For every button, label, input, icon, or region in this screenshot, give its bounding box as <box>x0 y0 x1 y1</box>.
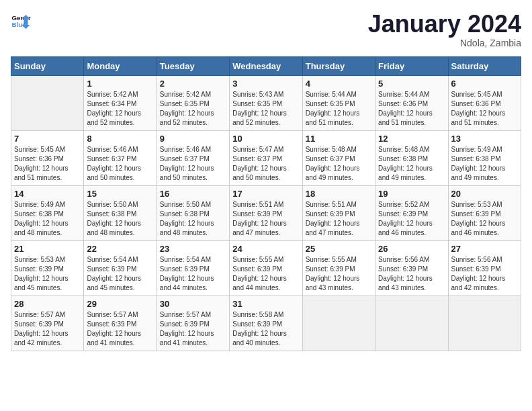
day-info: Sunrise: 5:42 AM Sunset: 6:35 PM Dayligh… <box>160 90 226 128</box>
calendar-cell: 18Sunrise: 5:51 AM Sunset: 6:39 PM Dayli… <box>302 185 375 240</box>
day-info: Sunrise: 5:45 AM Sunset: 6:36 PM Dayligh… <box>451 90 518 128</box>
day-info: Sunrise: 5:54 AM Sunset: 6:39 PM Dayligh… <box>87 255 153 293</box>
day-info: Sunrise: 5:50 AM Sunset: 6:38 PM Dayligh… <box>87 200 153 238</box>
day-number: 18 <box>306 189 372 199</box>
day-number: 24 <box>232 244 299 254</box>
calendar-cell: 2Sunrise: 5:42 AM Sunset: 6:35 PM Daylig… <box>157 75 229 130</box>
day-info: Sunrise: 5:46 AM Sunset: 6:37 PM Dayligh… <box>87 145 153 183</box>
calendar-cell: 4Sunrise: 5:44 AM Sunset: 6:35 PM Daylig… <box>302 75 375 130</box>
day-number: 26 <box>378 244 445 254</box>
calendar-cell: 15Sunrise: 5:50 AM Sunset: 6:38 PM Dayli… <box>84 185 157 240</box>
day-number: 2 <box>160 79 226 89</box>
calendar-cell: 10Sunrise: 5:47 AM Sunset: 6:37 PM Dayli… <box>230 130 302 185</box>
day-info: Sunrise: 5:54 AM Sunset: 6:39 PM Dayligh… <box>160 255 226 293</box>
calendar-cell: 7Sunrise: 5:45 AM Sunset: 6:36 PM Daylig… <box>11 130 84 185</box>
calendar-cell: 17Sunrise: 5:51 AM Sunset: 6:39 PM Dayli… <box>230 185 302 240</box>
day-info: Sunrise: 5:48 AM Sunset: 6:38 PM Dayligh… <box>378 145 445 183</box>
day-number: 30 <box>160 299 226 309</box>
weekday-header-monday: Monday <box>84 56 157 75</box>
day-info: Sunrise: 5:45 AM Sunset: 6:36 PM Dayligh… <box>14 145 81 183</box>
weekday-header-friday: Friday <box>375 56 448 75</box>
calendar-header: SundayMondayTuesdayWednesdayThursdayFrid… <box>11 56 521 75</box>
weekday-header-saturday: Saturday <box>448 56 521 75</box>
day-number: 14 <box>14 189 81 199</box>
calendar-cell: 31Sunrise: 5:58 AM Sunset: 6:39 PM Dayli… <box>230 295 302 351</box>
calendar-cell: 6Sunrise: 5:45 AM Sunset: 6:36 PM Daylig… <box>448 75 521 130</box>
calendar-cell: 5Sunrise: 5:44 AM Sunset: 6:36 PM Daylig… <box>375 75 448 130</box>
calendar-subtitle: Ndola, Zambia <box>368 38 521 48</box>
day-info: Sunrise: 5:52 AM Sunset: 6:39 PM Dayligh… <box>378 200 445 238</box>
logo-icon: General Blue <box>11 11 31 31</box>
day-number: 29 <box>87 299 153 309</box>
day-number: 23 <box>160 244 226 254</box>
day-number: 31 <box>232 299 299 309</box>
day-number: 25 <box>306 244 372 254</box>
day-info: Sunrise: 5:57 AM Sunset: 6:39 PM Dayligh… <box>160 310 226 348</box>
calendar-cell: 21Sunrise: 5:53 AM Sunset: 6:39 PM Dayli… <box>11 240 84 295</box>
day-number: 7 <box>14 134 81 144</box>
calendar-cell <box>302 295 375 351</box>
day-number: 21 <box>14 244 81 254</box>
day-number: 6 <box>451 79 518 89</box>
week-row-1: 1Sunrise: 5:42 AM Sunset: 6:34 PM Daylig… <box>11 75 521 130</box>
calendar-cell: 8Sunrise: 5:46 AM Sunset: 6:37 PM Daylig… <box>84 130 157 185</box>
calendar-cell: 1Sunrise: 5:42 AM Sunset: 6:34 PM Daylig… <box>84 75 157 130</box>
calendar-title: January 2024 <box>368 11 521 38</box>
calendar-cell: 27Sunrise: 5:56 AM Sunset: 6:39 PM Dayli… <box>448 240 521 295</box>
calendar-cell <box>448 295 521 351</box>
day-number: 22 <box>87 244 153 254</box>
calendar-cell: 26Sunrise: 5:56 AM Sunset: 6:39 PM Dayli… <box>375 240 448 295</box>
day-info: Sunrise: 5:55 AM Sunset: 6:39 PM Dayligh… <box>232 255 299 293</box>
day-info: Sunrise: 5:53 AM Sunset: 6:39 PM Dayligh… <box>451 200 518 238</box>
day-number: 3 <box>232 79 299 89</box>
day-number: 12 <box>378 134 445 144</box>
calendar-cell: 23Sunrise: 5:54 AM Sunset: 6:39 PM Dayli… <box>157 240 229 295</box>
calendar-cell: 25Sunrise: 5:55 AM Sunset: 6:39 PM Dayli… <box>302 240 375 295</box>
calendar-cell: 11Sunrise: 5:48 AM Sunset: 6:37 PM Dayli… <box>302 130 375 185</box>
day-info: Sunrise: 5:53 AM Sunset: 6:39 PM Dayligh… <box>14 255 81 293</box>
calendar-body: 1Sunrise: 5:42 AM Sunset: 6:34 PM Daylig… <box>11 75 521 351</box>
day-info: Sunrise: 5:58 AM Sunset: 6:39 PM Dayligh… <box>232 310 299 348</box>
day-info: Sunrise: 5:49 AM Sunset: 6:38 PM Dayligh… <box>14 200 81 238</box>
calendar-cell: 16Sunrise: 5:50 AM Sunset: 6:38 PM Dayli… <box>157 185 229 240</box>
weekday-header-row: SundayMondayTuesdayWednesdayThursdayFrid… <box>11 56 521 75</box>
day-number: 13 <box>451 134 518 144</box>
day-info: Sunrise: 5:50 AM Sunset: 6:38 PM Dayligh… <box>160 200 226 238</box>
day-info: Sunrise: 5:43 AM Sunset: 6:35 PM Dayligh… <box>232 90 299 128</box>
day-info: Sunrise: 5:44 AM Sunset: 6:36 PM Dayligh… <box>378 90 445 128</box>
weekday-header-thursday: Thursday <box>302 56 375 75</box>
title-block: January 2024 Ndola, Zambia <box>368 11 521 48</box>
day-info: Sunrise: 5:47 AM Sunset: 6:37 PM Dayligh… <box>232 145 299 183</box>
calendar-cell: 29Sunrise: 5:57 AM Sunset: 6:39 PM Dayli… <box>84 295 157 351</box>
page-header: General Blue General Blue January 2024 N… <box>11 11 521 48</box>
calendar-cell <box>375 295 448 351</box>
day-info: Sunrise: 5:49 AM Sunset: 6:38 PM Dayligh… <box>451 145 518 183</box>
day-info: Sunrise: 5:51 AM Sunset: 6:39 PM Dayligh… <box>232 200 299 238</box>
weekday-header-sunday: Sunday <box>11 56 84 75</box>
calendar-cell: 24Sunrise: 5:55 AM Sunset: 6:39 PM Dayli… <box>230 240 302 295</box>
day-number: 4 <box>306 79 372 89</box>
day-number: 10 <box>232 134 299 144</box>
calendar-cell: 13Sunrise: 5:49 AM Sunset: 6:38 PM Dayli… <box>448 130 521 185</box>
logo: General Blue General Blue <box>11 11 31 31</box>
calendar-cell: 12Sunrise: 5:48 AM Sunset: 6:38 PM Dayli… <box>375 130 448 185</box>
day-info: Sunrise: 5:56 AM Sunset: 6:39 PM Dayligh… <box>378 255 445 293</box>
calendar-cell: 19Sunrise: 5:52 AM Sunset: 6:39 PM Dayli… <box>375 185 448 240</box>
day-number: 9 <box>160 134 226 144</box>
day-info: Sunrise: 5:42 AM Sunset: 6:34 PM Dayligh… <box>87 90 153 128</box>
day-number: 19 <box>378 189 445 199</box>
weekday-header-tuesday: Tuesday <box>157 56 229 75</box>
day-number: 5 <box>378 79 445 89</box>
calendar-cell: 30Sunrise: 5:57 AM Sunset: 6:39 PM Dayli… <box>157 295 229 351</box>
day-info: Sunrise: 5:55 AM Sunset: 6:39 PM Dayligh… <box>306 255 372 293</box>
day-number: 11 <box>306 134 372 144</box>
week-row-3: 14Sunrise: 5:49 AM Sunset: 6:38 PM Dayli… <box>11 185 521 240</box>
calendar-cell: 9Sunrise: 5:46 AM Sunset: 6:37 PM Daylig… <box>157 130 229 185</box>
calendar-cell: 20Sunrise: 5:53 AM Sunset: 6:39 PM Dayli… <box>448 185 521 240</box>
calendar-cell: 3Sunrise: 5:43 AM Sunset: 6:35 PM Daylig… <box>230 75 302 130</box>
day-number: 16 <box>160 189 226 199</box>
day-info: Sunrise: 5:44 AM Sunset: 6:35 PM Dayligh… <box>306 90 372 128</box>
weekday-header-wednesday: Wednesday <box>230 56 302 75</box>
week-row-4: 21Sunrise: 5:53 AM Sunset: 6:39 PM Dayli… <box>11 240 521 295</box>
calendar-table: SundayMondayTuesdayWednesdayThursdayFrid… <box>11 56 521 351</box>
